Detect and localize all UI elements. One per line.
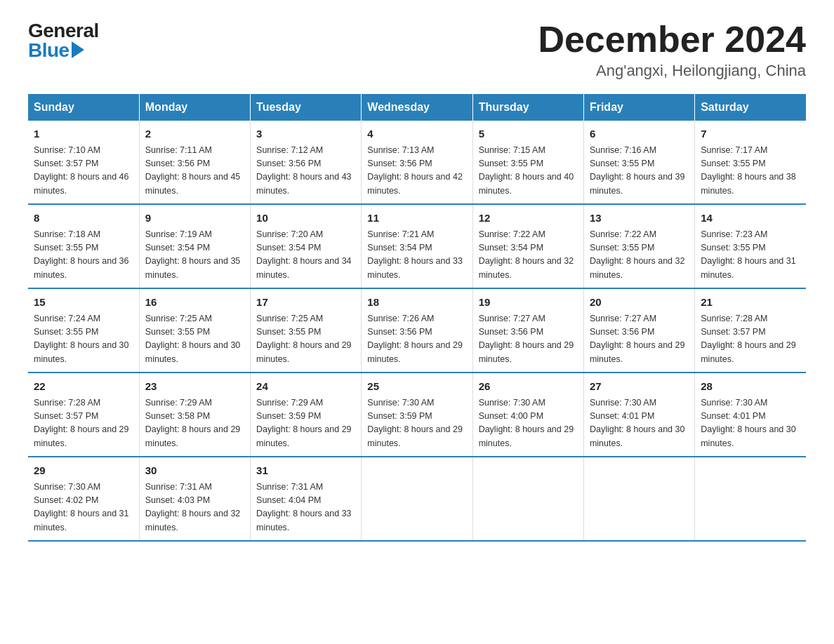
calendar-day-cell: 14Sunrise: 7:23 AMSunset: 3:55 PMDayligh…	[695, 204, 806, 288]
calendar-day-cell: 9Sunrise: 7:19 AMSunset: 3:54 PMDaylight…	[139, 204, 250, 288]
calendar-table: SundayMondayTuesdayWednesdayThursdayFrid…	[28, 94, 806, 542]
calendar-day-cell: 31Sunrise: 7:31 AMSunset: 4:04 PMDayligh…	[251, 457, 362, 541]
day-number: 1	[34, 126, 133, 142]
calendar-day-cell: 6Sunrise: 7:16 AMSunset: 3:55 PMDaylight…	[583, 121, 694, 204]
day-number: 20	[590, 295, 689, 311]
calendar-week-row: 15Sunrise: 7:24 AMSunset: 3:55 PMDayligh…	[28, 288, 806, 373]
col-header-wednesday: Wednesday	[362, 94, 472, 121]
day-number: 27	[590, 379, 689, 395]
col-header-sunday: Sunday	[28, 94, 139, 121]
calendar-week-row: 22Sunrise: 7:28 AMSunset: 3:57 PMDayligh…	[28, 373, 806, 457]
day-info: Sunrise: 7:27 AMSunset: 3:56 PMDaylight:…	[590, 312, 689, 367]
day-info: Sunrise: 7:15 AMSunset: 3:55 PMDaylight:…	[479, 144, 578, 199]
logo-arrow-icon	[72, 41, 84, 58]
day-info: Sunrise: 7:31 AMSunset: 4:03 PMDaylight:…	[145, 481, 244, 535]
calendar-day-cell: 21Sunrise: 7:28 AMSunset: 3:57 PMDayligh…	[695, 288, 806, 373]
day-number: 29	[34, 463, 133, 479]
col-header-monday: Monday	[139, 94, 250, 121]
calendar-day-cell: 7Sunrise: 7:17 AMSunset: 3:55 PMDaylight…	[695, 121, 806, 204]
day-number: 6	[590, 126, 689, 142]
day-number: 14	[701, 210, 800, 227]
day-number: 9	[145, 210, 244, 227]
calendar-day-cell: 19Sunrise: 7:27 AMSunset: 3:56 PMDayligh…	[472, 288, 583, 373]
day-info: Sunrise: 7:28 AMSunset: 3:57 PMDaylight:…	[34, 396, 133, 451]
calendar-day-cell: 30Sunrise: 7:31 AMSunset: 4:03 PMDayligh…	[139, 457, 250, 541]
day-info: Sunrise: 7:23 AMSunset: 3:55 PMDaylight:…	[701, 228, 800, 283]
day-info: Sunrise: 7:30 AMSunset: 3:59 PMDaylight:…	[367, 396, 466, 451]
day-info: Sunrise: 7:25 AMSunset: 3:55 PMDaylight:…	[145, 312, 244, 367]
day-info: Sunrise: 7:19 AMSunset: 3:54 PMDaylight:…	[145, 228, 244, 283]
title-section: December 2024 Ang'angxi, Heilongjiang, C…	[538, 21, 806, 80]
calendar-week-row: 1Sunrise: 7:10 AMSunset: 3:57 PMDaylight…	[28, 121, 806, 204]
day-number: 22	[34, 379, 133, 395]
day-info: Sunrise: 7:24 AMSunset: 3:55 PMDaylight:…	[34, 312, 133, 367]
day-info: Sunrise: 7:30 AMSunset: 4:01 PMDaylight:…	[590, 396, 689, 451]
calendar-week-row: 29Sunrise: 7:30 AMSunset: 4:02 PMDayligh…	[28, 457, 806, 541]
calendar-day-cell: 10Sunrise: 7:20 AMSunset: 3:54 PMDayligh…	[251, 204, 362, 288]
calendar-day-cell: 23Sunrise: 7:29 AMSunset: 3:58 PMDayligh…	[139, 373, 250, 457]
day-number: 7	[701, 126, 800, 142]
calendar-day-cell: 24Sunrise: 7:29 AMSunset: 3:59 PMDayligh…	[251, 373, 362, 457]
calendar-day-cell: 11Sunrise: 7:21 AMSunset: 3:54 PMDayligh…	[362, 204, 472, 288]
day-info: Sunrise: 7:26 AMSunset: 3:56 PMDaylight:…	[367, 312, 466, 367]
calendar-header-row: SundayMondayTuesdayWednesdayThursdayFrid…	[28, 94, 806, 121]
day-info: Sunrise: 7:11 AMSunset: 3:56 PMDaylight:…	[145, 144, 244, 199]
day-info: Sunrise: 7:10 AMSunset: 3:57 PMDaylight:…	[34, 144, 133, 199]
day-info: Sunrise: 7:30 AMSunset: 4:00 PMDaylight:…	[479, 396, 578, 451]
location-subtitle: Ang'angxi, Heilongjiang, China	[538, 62, 806, 80]
calendar-day-cell: 3Sunrise: 7:12 AMSunset: 3:56 PMDaylight…	[251, 121, 362, 204]
calendar-week-row: 8Sunrise: 7:18 AMSunset: 3:55 PMDaylight…	[28, 204, 806, 288]
calendar-day-cell: 2Sunrise: 7:11 AMSunset: 3:56 PMDaylight…	[139, 121, 250, 204]
day-number: 26	[479, 379, 578, 395]
day-info: Sunrise: 7:30 AMSunset: 4:02 PMDaylight:…	[34, 481, 133, 535]
calendar-day-cell: 25Sunrise: 7:30 AMSunset: 3:59 PMDayligh…	[362, 373, 472, 457]
calendar-day-cell: 12Sunrise: 7:22 AMSunset: 3:54 PMDayligh…	[472, 204, 583, 288]
calendar-day-cell	[472, 457, 583, 541]
calendar-day-cell: 20Sunrise: 7:27 AMSunset: 3:56 PMDayligh…	[583, 288, 694, 373]
day-info: Sunrise: 7:17 AMSunset: 3:55 PMDaylight:…	[701, 144, 800, 199]
day-number: 19	[479, 295, 578, 311]
calendar-day-cell: 17Sunrise: 7:25 AMSunset: 3:55 PMDayligh…	[251, 288, 362, 373]
calendar-day-cell: 8Sunrise: 7:18 AMSunset: 3:55 PMDaylight…	[28, 204, 139, 288]
day-info: Sunrise: 7:28 AMSunset: 3:57 PMDaylight:…	[701, 312, 800, 367]
day-info: Sunrise: 7:30 AMSunset: 4:01 PMDaylight:…	[701, 396, 800, 451]
day-number: 12	[479, 210, 578, 227]
day-number: 16	[145, 295, 244, 311]
col-header-tuesday: Tuesday	[251, 94, 362, 121]
day-info: Sunrise: 7:29 AMSunset: 3:58 PMDaylight:…	[145, 396, 244, 451]
day-number: 17	[256, 295, 355, 311]
day-number: 28	[701, 379, 800, 395]
day-number: 24	[256, 379, 355, 395]
day-info: Sunrise: 7:27 AMSunset: 3:56 PMDaylight:…	[479, 312, 578, 367]
day-number: 13	[590, 210, 689, 227]
calendar-day-cell	[695, 457, 806, 541]
day-info: Sunrise: 7:22 AMSunset: 3:54 PMDaylight:…	[479, 228, 578, 283]
day-number: 21	[701, 295, 800, 311]
calendar-day-cell: 29Sunrise: 7:30 AMSunset: 4:02 PMDayligh…	[28, 457, 139, 541]
day-number: 25	[367, 379, 466, 395]
calendar-day-cell: 1Sunrise: 7:10 AMSunset: 3:57 PMDaylight…	[28, 121, 139, 204]
day-info: Sunrise: 7:18 AMSunset: 3:55 PMDaylight:…	[34, 228, 133, 283]
calendar-day-cell: 13Sunrise: 7:22 AMSunset: 3:55 PMDayligh…	[583, 204, 694, 288]
day-info: Sunrise: 7:21 AMSunset: 3:54 PMDaylight:…	[367, 228, 466, 283]
day-info: Sunrise: 7:31 AMSunset: 4:04 PMDaylight:…	[256, 481, 355, 535]
calendar-day-cell	[362, 457, 472, 541]
day-info: Sunrise: 7:22 AMSunset: 3:55 PMDaylight:…	[590, 228, 689, 283]
day-number: 18	[367, 295, 466, 311]
calendar-day-cell: 16Sunrise: 7:25 AMSunset: 3:55 PMDayligh…	[139, 288, 250, 373]
day-number: 5	[479, 126, 578, 142]
day-number: 15	[34, 295, 133, 311]
day-info: Sunrise: 7:29 AMSunset: 3:59 PMDaylight:…	[256, 396, 355, 451]
day-info: Sunrise: 7:13 AMSunset: 3:56 PMDaylight:…	[367, 144, 466, 199]
calendar-day-cell: 18Sunrise: 7:26 AMSunset: 3:56 PMDayligh…	[362, 288, 472, 373]
logo-blue-text: Blue	[28, 41, 84, 60]
calendar-day-cell: 4Sunrise: 7:13 AMSunset: 3:56 PMDaylight…	[362, 121, 472, 204]
col-header-friday: Friday	[583, 94, 694, 121]
day-number: 8	[34, 210, 133, 227]
month-title: December 2024	[538, 21, 806, 58]
calendar-day-cell: 22Sunrise: 7:28 AMSunset: 3:57 PMDayligh…	[28, 373, 139, 457]
logo-general-text: General	[28, 21, 99, 41]
day-number: 30	[145, 463, 244, 479]
day-number: 2	[145, 126, 244, 142]
calendar-day-cell: 27Sunrise: 7:30 AMSunset: 4:01 PMDayligh…	[583, 373, 694, 457]
